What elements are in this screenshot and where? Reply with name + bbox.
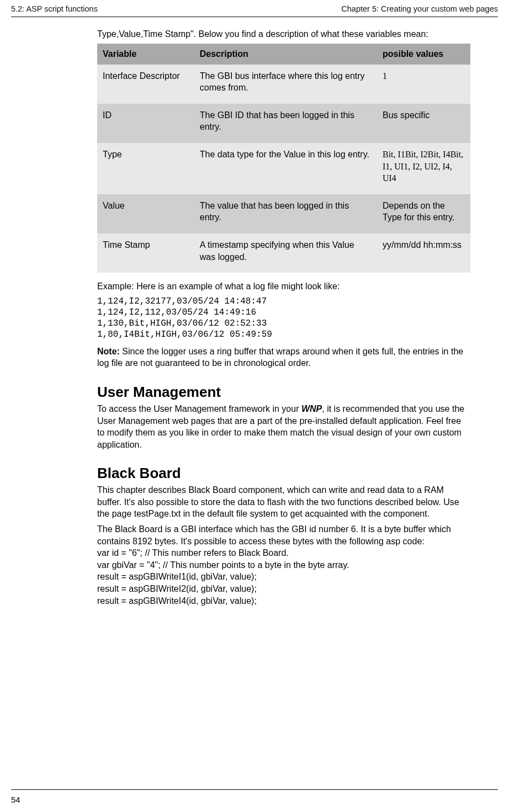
- cell-description: The value that has been logged in this e…: [194, 194, 377, 233]
- cell-description: A timestamp specifying when this Value w…: [194, 233, 377, 273]
- table-row: Value The value that has been logged in …: [97, 194, 470, 233]
- cell-values: Bus specific: [377, 104, 470, 143]
- table-row: ID The GBI ID that has been logged in th…: [97, 104, 470, 143]
- bb-code-line: var gbiVar = "4"; // This number points …: [97, 560, 349, 570]
- black-board-intro: This chapter describes Black Board compo…: [97, 484, 470, 520]
- page-header: 5.2: ASP script functions Chapter 5: Cre…: [0, 0, 509, 17]
- cell-values: Bit, I1Bit, I2Bit, I4Bit, I1, UI1, I2, U…: [377, 143, 470, 194]
- user-management-heading: User Management: [97, 384, 470, 401]
- um-wnp: WNP: [301, 404, 322, 413]
- cell-variable: Interface Descriptor: [97, 65, 194, 104]
- table-row: Type The data type for the Value in this…: [97, 143, 470, 194]
- bb-p2: The Black Board is a GBI interface which…: [97, 524, 451, 546]
- black-board-code-intro: The Black Board is a GBI interface which…: [97, 523, 470, 607]
- bb-code-line: result = aspGBIWriteI1(id, gbiVar, value…: [97, 572, 257, 581]
- header-rule: [11, 17, 498, 17]
- um-text-a: To access the User Management framework …: [97, 404, 301, 413]
- example-label: Example: Here is an example of what a lo…: [97, 280, 470, 293]
- bb-code-line: result = aspGBIWriteI4(id, gbiVar, value…: [97, 596, 257, 606]
- cell-variable: Time Stamp: [97, 233, 194, 273]
- table-header-row: Variable Description posible values: [97, 44, 470, 65]
- cell-description: The data type for the Value in this log …: [194, 143, 377, 194]
- col-description: Description: [194, 44, 377, 65]
- note-paragraph: Note: Since the logger uses a ring buffe…: [97, 346, 470, 369]
- note-label: Note:: [97, 347, 120, 356]
- page-content: Type,Value,Time Stamp". Below you find a…: [0, 28, 509, 607]
- table-row: Interface Descriptor The GBI bus interfa…: [97, 65, 470, 104]
- user-management-paragraph: To access the User Management framework …: [97, 403, 470, 450]
- intro-paragraph: Type,Value,Time Stamp". Below you find a…: [97, 28, 470, 40]
- col-possible-values: posible values: [377, 44, 470, 65]
- bb-code-line: var id = "6"; // This number refers to B…: [97, 548, 289, 558]
- variables-table: Variable Description posible values Inte…: [97, 44, 470, 273]
- table-row: Time Stamp A timestamp specifying when t…: [97, 233, 470, 273]
- page-number: 54: [11, 795, 20, 804]
- cell-variable: ID: [97, 104, 194, 143]
- header-chapter: Chapter 5: Creating your custom web page…: [341, 4, 498, 13]
- note-text: Since the logger uses a ring buffer that…: [97, 347, 463, 368]
- cell-values: 1: [377, 65, 470, 104]
- cell-values: yy/mm/dd hh:mm:ss: [377, 233, 470, 273]
- header-section: 5.2: ASP script functions: [11, 4, 98, 13]
- col-variable: Variable: [97, 44, 194, 65]
- cell-description: The GBI ID that has been logged in this …: [194, 104, 377, 143]
- cell-variable: Type: [97, 143, 194, 194]
- black-board-heading: Black Board: [97, 465, 470, 482]
- example-code-block: 1,124,I2,32177,03/05/24 14:48:47 1,124,I…: [97, 296, 470, 340]
- bb-code-line: result = aspGBIWriteI2(id, gbiVar, value…: [97, 584, 257, 593]
- footer-rule: [11, 789, 498, 790]
- cell-values: Depends on the Type for this entry.: [377, 194, 470, 233]
- cell-variable: Value: [97, 194, 194, 233]
- cell-description: The GBI bus interface where this log ent…: [194, 65, 377, 104]
